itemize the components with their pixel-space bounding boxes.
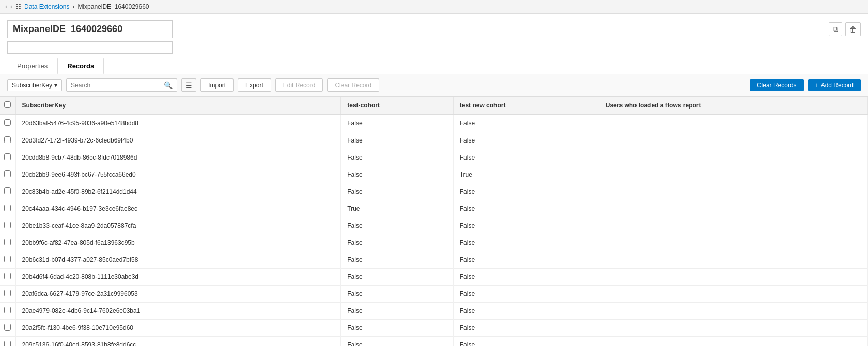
- row-checkbox-cell: [0, 217, 16, 234]
- row-subscriber-key: 20d63baf-5476-4c95-9036-a90e5148bdd8: [16, 115, 341, 132]
- row-checkbox[interactable]: [4, 136, 11, 143]
- row-checkbox[interactable]: [4, 153, 11, 160]
- search-input[interactable]: [67, 80, 160, 91]
- breadcrumb-separator: ›: [72, 3, 74, 10]
- row-users-flows: [599, 286, 867, 303]
- row-checkbox[interactable]: [4, 341, 11, 346]
- row-checkbox[interactable]: [4, 307, 11, 313]
- filter-button[interactable]: ☰: [181, 78, 196, 92]
- row-subscriber-key: 20cdd8b8-9cb7-48db-86cc-8fdc7018986d: [16, 149, 341, 166]
- table-row: 20be1b33-ceaf-41ce-8aa9-2da057887cfa Fal…: [0, 217, 868, 234]
- table-header-row: SubscriberKey test-cohort test new cohor…: [0, 97, 868, 115]
- row-users-flows: [599, 200, 867, 217]
- row-checkbox[interactable]: [4, 187, 11, 194]
- row-checkbox[interactable]: [4, 222, 11, 228]
- row-checkbox[interactable]: [4, 119, 11, 126]
- row-subscriber-key: 20d3fd27-172f-4939-b72c-6cfedb69f4b0: [16, 132, 341, 149]
- subscriber-key-dropdown[interactable]: SubscriberKey ▾: [7, 79, 62, 91]
- row-subscriber-key: 20bb9f6c-af82-47ea-805d-f6a13963c95b: [16, 234, 341, 251]
- row-subscriber-key: 20af6dca-6627-4179-97ce-2a31c9996053: [16, 286, 341, 303]
- row-test-cohort: False: [341, 234, 453, 251]
- import-button[interactable]: Import: [200, 78, 234, 92]
- row-test-new-cohort: False: [453, 132, 599, 149]
- row-checkbox[interactable]: [4, 273, 11, 279]
- row-users-flows: [599, 269, 867, 286]
- row-test-cohort: False: [341, 337, 453, 347]
- toolbar-right: Clear Records + Add Record: [750, 79, 861, 91]
- title-input[interactable]: [7, 20, 173, 38]
- row-checkbox-cell: [0, 303, 16, 320]
- row-checkbox-cell: [0, 337, 16, 347]
- clear-records-button[interactable]: Clear Records: [750, 79, 804, 91]
- back-arrow-icon2[interactable]: ‹: [10, 3, 12, 10]
- table-row: 20a2f5fc-f130-4be6-9f38-10e710e95d60 Fal…: [0, 320, 868, 337]
- table-row: 20b6c31d-b07d-4377-a027-85c0aed7bf58 Fal…: [0, 251, 868, 269]
- export-button[interactable]: Export: [238, 78, 271, 92]
- table-row: 20ae4979-082e-4db6-9c14-7602e6e03ba1 Fal…: [0, 303, 868, 320]
- row-test-new-cohort: False: [453, 149, 599, 166]
- row-subscriber-key: 20b4d6f4-6dad-4c20-808b-1111e30abe3d: [16, 269, 341, 286]
- row-test-new-cohort: False: [453, 269, 599, 286]
- breadcrumb-data-extensions-link[interactable]: Data Extensions: [24, 3, 69, 10]
- row-users-flows: [599, 149, 867, 166]
- row-checkbox-cell: [0, 149, 16, 166]
- header-search-input[interactable]: [7, 41, 173, 54]
- row-test-new-cohort: False: [453, 183, 599, 200]
- table-row: 20d63baf-5476-4c95-9036-a90e5148bdd8 Fal…: [0, 115, 868, 132]
- table-row: 20cdd8b8-9cb7-48db-86cc-8fdc7018986d Fal…: [0, 149, 868, 166]
- delete-icon-button[interactable]: 🗑: [845, 22, 861, 36]
- table-row: 209c5136-16f0-40ed-8593-81b8fe8dd6cc Fal…: [0, 337, 868, 347]
- row-checkbox-cell: [0, 200, 16, 217]
- row-users-flows: [599, 132, 867, 149]
- table-row: 20c83b4b-ad2e-45f0-89b2-6f2114dd1d44 Fal…: [0, 183, 868, 200]
- row-checkbox[interactable]: [4, 239, 11, 245]
- clear-record-button[interactable]: Clear Record: [327, 78, 379, 92]
- row-subscriber-key: 20a2f5fc-f130-4be6-9f38-10e710e95d60: [16, 320, 341, 337]
- select-all-checkbox[interactable]: [4, 101, 11, 108]
- tab-records[interactable]: Records: [57, 58, 104, 74]
- row-users-flows: [599, 166, 867, 183]
- row-checkbox[interactable]: [4, 290, 11, 296]
- row-subscriber-key: 20c83b4b-ad2e-45f0-89b2-6f2114dd1d44: [16, 183, 341, 200]
- edit-record-button[interactable]: Edit Record: [275, 78, 323, 92]
- row-test-cohort: False: [341, 115, 453, 132]
- tab-properties[interactable]: Properties: [7, 58, 57, 74]
- row-subscriber-key: 20cb2bb9-9ee6-493f-bc67-755fcca66ed0: [16, 166, 341, 183]
- row-test-new-cohort: False: [453, 234, 599, 251]
- row-checkbox[interactable]: [4, 205, 11, 211]
- row-test-cohort: False: [341, 269, 453, 286]
- col-test-cohort: test-cohort: [341, 97, 453, 115]
- row-users-flows: [599, 234, 867, 251]
- row-subscriber-key: 209c5136-16f0-40ed-8593-81b8fe8dd6cc: [16, 337, 341, 347]
- row-checkbox[interactable]: [4, 324, 11, 331]
- row-test-cohort: False: [341, 303, 453, 320]
- row-checkbox-cell: [0, 251, 16, 269]
- row-checkbox[interactable]: [4, 256, 11, 262]
- row-users-flows: [599, 183, 867, 200]
- search-button[interactable]: 🔍: [160, 79, 177, 91]
- row-test-cohort: True: [341, 200, 453, 217]
- breadcrumb-current: MixpanelDE_1640029660: [78, 3, 149, 10]
- row-test-cohort: False: [341, 149, 453, 166]
- row-test-cohort: False: [341, 183, 453, 200]
- title-block: [7, 20, 173, 54]
- col-subscriber-key: SubscriberKey: [16, 97, 341, 115]
- table-row: 20bb9f6c-af82-47ea-805d-f6a13963c95b Fal…: [0, 234, 868, 251]
- header-icons: ⧉ 🗑: [829, 20, 861, 36]
- back-arrow-icon[interactable]: ‹: [5, 3, 7, 10]
- copy-icon-button[interactable]: ⧉: [829, 22, 842, 36]
- row-test-new-cohort: False: [453, 286, 599, 303]
- row-users-flows: [599, 320, 867, 337]
- toolbar: SubscriberKey ▾ 🔍 ☰ Import Export Edit R…: [0, 74, 868, 97]
- row-subscriber-key: 20c44aaa-434c-4946-b197-3e3ce6fae8ec: [16, 200, 341, 217]
- row-subscriber-key: 20be1b33-ceaf-41ce-8aa9-2da057887cfa: [16, 217, 341, 234]
- row-test-new-cohort: True: [453, 166, 599, 183]
- row-test-cohort: False: [341, 320, 453, 337]
- table-wrap: SubscriberKey test-cohort test new cohor…: [0, 97, 868, 346]
- add-record-button[interactable]: + Add Record: [808, 79, 861, 91]
- table-row: 20cb2bb9-9ee6-493f-bc67-755fcca66ed0 Fal…: [0, 166, 868, 183]
- table-row: 20c44aaa-434c-4946-b197-3e3ce6fae8ec Tru…: [0, 200, 868, 217]
- row-checkbox[interactable]: [4, 170, 11, 177]
- row-subscriber-key: 20b6c31d-b07d-4377-a027-85c0aed7bf58: [16, 251, 341, 269]
- table-row: 20d3fd27-172f-4939-b72c-6cfedb69f4b0 Fal…: [0, 132, 868, 149]
